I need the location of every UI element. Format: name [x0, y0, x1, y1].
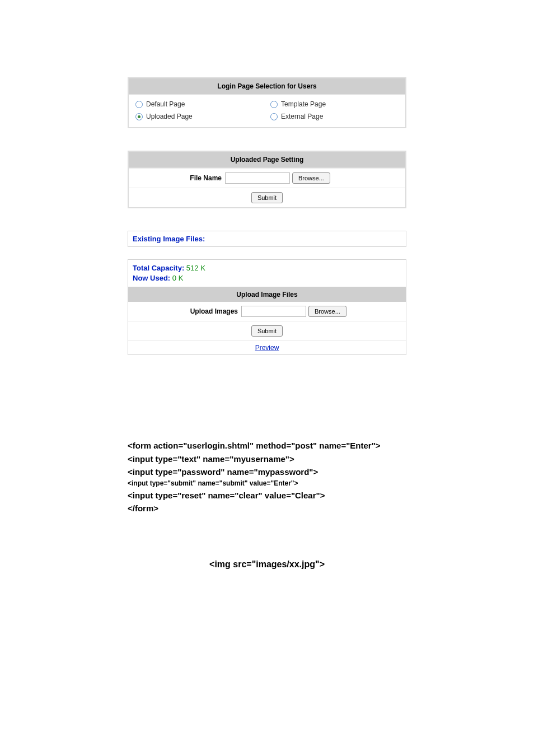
radio-label: Default Page [146, 100, 185, 108]
radio-option-external[interactable]: External Page [267, 110, 402, 123]
radio-icon [270, 101, 278, 108]
radio-icon [270, 113, 278, 120]
code-line: </form> [128, 502, 406, 515]
radio-label: External Page [281, 113, 323, 120]
panel-header: Uploaded Page Setting [129, 152, 405, 168]
submit-row: Submit [129, 188, 405, 207]
code-sample-block: <form action="userlogin.shtml" method="p… [128, 439, 406, 515]
file-name-row: File Name Browse... [129, 168, 405, 188]
file-name-label: File Name [132, 174, 225, 182]
preview-row: Preview [128, 340, 406, 354]
existing-image-files-title: Existing Image Files: [128, 231, 406, 247]
now-used-label: Now Used: [133, 274, 170, 282]
browse-button[interactable]: Browse... [308, 306, 346, 317]
img-sample-line: <img src="images/xx.jpg"> [128, 559, 406, 570]
radio-option-uploaded[interactable]: Uploaded Page [132, 110, 267, 123]
capacity-box: Total Capacity: 512 K Now Used: 0 K [128, 259, 406, 287]
upload-images-row: Upload Images Browse... [128, 302, 406, 321]
code-line: <input type="submit" name="submit" value… [128, 478, 406, 489]
radio-option-default[interactable]: Default Page [132, 98, 267, 110]
panel-header: Login Page Selection for Users [129, 78, 405, 95]
login-page-radio-group: Default Page Template Page Uploaded Page… [129, 95, 405, 127]
file-picker: Browse... [241, 306, 346, 317]
panel-header: Upload Image Files [128, 287, 406, 302]
radio-option-template[interactable]: Template Page [267, 98, 402, 110]
uploaded-page-setting-panel: Uploaded Page Setting File Name Browse..… [128, 151, 406, 208]
code-line: <input type="password" name="mypassword"… [128, 465, 406, 478]
now-used-value: 0 K [172, 274, 184, 282]
submit-button[interactable]: Submit [251, 325, 283, 337]
submit-button[interactable]: Submit [251, 192, 283, 203]
code-line: <input type="text" name="myusername"> [128, 452, 406, 465]
upload-images-input[interactable] [241, 306, 306, 317]
file-picker: Browse... [225, 172, 330, 184]
total-capacity-label: Total Capacity: [133, 264, 184, 272]
file-name-input[interactable] [225, 172, 290, 184]
radio-icon [135, 101, 143, 108]
login-page-selection-panel: Login Page Selection for Users Default P… [128, 77, 406, 128]
radio-icon [135, 113, 143, 120]
code-line: <input type="reset" name="clear" value="… [128, 489, 406, 502]
preview-link[interactable]: Preview [255, 344, 279, 352]
upload-images-label: Upload Images [132, 307, 241, 315]
total-capacity-value: 512 K [186, 264, 205, 272]
code-line: <form action="userlogin.shtml" method="p… [128, 439, 406, 452]
radio-label: Uploaded Page [146, 113, 193, 120]
radio-label: Template Page [281, 100, 326, 108]
submit-row: Submit [128, 321, 406, 340]
upload-image-files-panel: Upload Image Files Upload Images Browse.… [128, 287, 406, 355]
browse-button[interactable]: Browse... [292, 172, 330, 184]
